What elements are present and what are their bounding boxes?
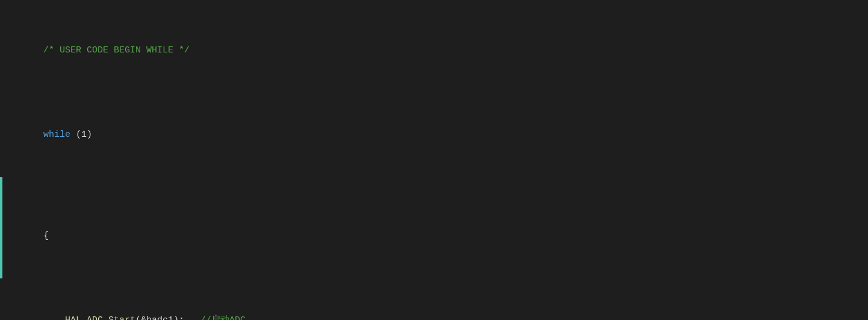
code-normal: (&hadc1); [135,315,200,320]
comment-adc-start: //启动ADC [200,315,246,320]
code-line-2: while (1) [0,93,868,177]
code-editor: /* USER CODE BEGIN WHILE */ while (1) { … [0,0,868,320]
keyword-while: while [43,130,70,140]
code-text: HAL_ADC_Start(&hadc1); //启动ADC [0,298,246,320]
code-text: while (1) [0,113,92,157]
code-line-1: /* USER CODE BEGIN WHILE */ [0,8,868,93]
function-call: HAL_ADC_Start [43,315,135,320]
code-block: /* USER CODE BEGIN WHILE */ while (1) { … [0,5,868,320]
left-indicator [0,177,2,278]
code-line-4: HAL_ADC_Start(&hadc1); //启动ADC [0,278,868,320]
code-text: { [0,214,49,258]
code-line-3: { [0,177,868,278]
code-text: /* USER CODE BEGIN WHILE */ [0,28,190,72]
brace-open: { [43,231,49,241]
comment-text: /* USER CODE BEGIN WHILE */ [43,45,190,55]
code-normal: (1) [70,130,92,140]
